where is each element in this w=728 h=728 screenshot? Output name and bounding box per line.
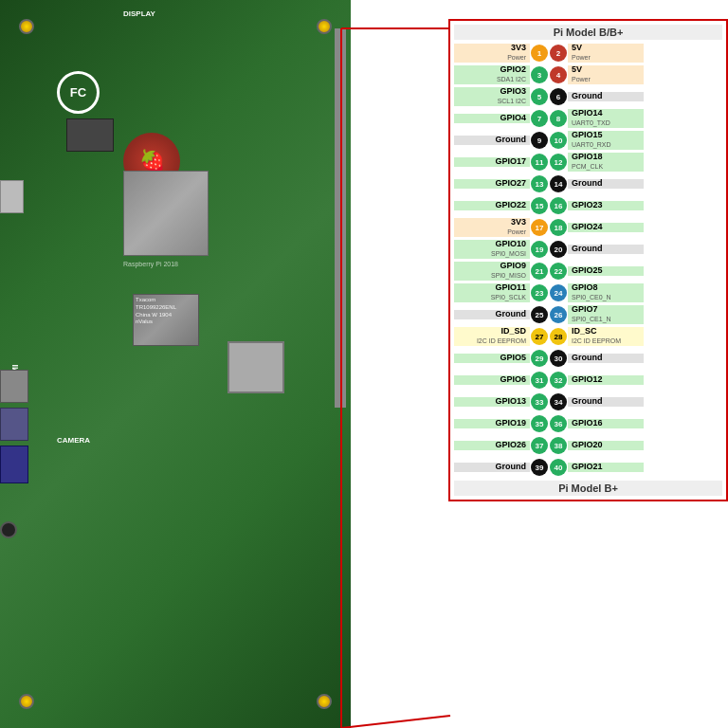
- pin-left-label-6: GPIO17: [454, 157, 530, 167]
- svg-line-1: [341, 716, 450, 728]
- pin-circle-14: 14: [550, 175, 567, 192]
- pin-row-12: GPIO11SPI0_SCLK2324GPIO8SPI0_CE0_N: [454, 282, 722, 303]
- pin-circle-30: 30: [550, 350, 567, 367]
- camera-label: CAMERA: [57, 436, 90, 445]
- secondary-chip: TxacomTR1099226ENLChina W 1904nValus: [133, 294, 199, 346]
- pin-right-label-4: GPIO14UART0_TXD: [568, 109, 644, 128]
- pin-right-label-16: GPIO12: [568, 375, 644, 385]
- pin-circle-27: 27: [531, 328, 548, 345]
- pin-circle-34: 34: [550, 393, 567, 410]
- usb-connector-3: [0, 446, 28, 483]
- pin-row-13: Ground2526GPIO7SPI0_CE1_N: [454, 304, 722, 325]
- pin-left-label-2: GPIO2SDA1 I2C: [454, 65, 530, 84]
- mounting-hole-tr: [317, 19, 332, 34]
- pin-left-label-17: GPIO13: [454, 397, 530, 407]
- pin-left-label-7: GPIO27: [454, 179, 530, 189]
- pin-left-label-12: GPIO11SPI0_SCLK: [454, 283, 530, 302]
- pin-circle-39: 39: [531, 459, 548, 476]
- pin-header-title: Pi Model B/B+: [454, 25, 722, 40]
- pin-circle-3: 3: [531, 66, 548, 83]
- pin-row-5: Ground910GPIO15UART0_RXD: [454, 130, 722, 151]
- pin-left-label-20: Ground: [454, 463, 530, 472]
- pin-left-label-13: Ground: [454, 310, 530, 319]
- pin-row-15: GPIO52930Ground: [454, 348, 722, 369]
- pin-circle-21: 21: [531, 263, 548, 280]
- pin-right-label-6: GPIO18PCM_CLK: [568, 153, 644, 172]
- pin-right-label-19: GPIO20: [568, 441, 644, 450]
- pin-right-label-12: GPIO8SPI0_CE0_N: [568, 283, 644, 302]
- usb-connector-2: [0, 408, 28, 441]
- pin-row-4: GPIO478GPIO14UART0_TXD: [454, 108, 722, 129]
- pin-circle-22: 22: [550, 263, 567, 280]
- pin-circle-5: 5: [531, 88, 548, 105]
- pin-right-label-8: GPIO23: [568, 201, 644, 210]
- pin-circle-25: 25: [531, 306, 548, 323]
- pin-right-label-5: GPIO15UART0_RXD: [568, 131, 644, 150]
- pin-circle-2: 2: [550, 45, 567, 62]
- pin-circle-19: 19: [531, 241, 548, 258]
- main-container: DISPLAY FC 🍓 Raspberry Pi 2018 TxacomTR1…: [0, 0, 728, 728]
- pin-right-label-15: Ground: [568, 354, 644, 363]
- hdmi-connector: HDMI: [0, 180, 24, 213]
- pin-circle-40: 40: [550, 459, 567, 476]
- pin-left-label-19: GPIO26: [454, 441, 530, 450]
- pin-right-label-3: Ground: [568, 92, 644, 101]
- pin-left-label-10: GPIO10SPI0_MOSI: [454, 240, 530, 259]
- pin-circle-1: 1: [531, 45, 548, 62]
- pin-circle-17: 17: [531, 219, 548, 236]
- pin-right-label-14: ID_SCI2C ID EEPROM: [568, 327, 644, 346]
- pin-circle-18: 18: [550, 219, 567, 236]
- main-chip: [123, 171, 209, 256]
- pin-circle-33: 33: [531, 393, 548, 410]
- pin-circle-38: 38: [550, 437, 567, 454]
- pin-circle-32: 32: [550, 372, 567, 389]
- raspberry-pi-board: DISPLAY FC 🍓 Raspberry Pi 2018 TxacomTR1…: [0, 0, 351, 728]
- pin-left-label-14: ID_SDI2C ID EEPROM: [454, 327, 530, 346]
- pin-circle-10: 10: [550, 132, 567, 149]
- pin-right-label-9: GPIO24: [568, 223, 644, 232]
- audio-jack: [0, 521, 17, 538]
- pin-row-7: GPIO271314Ground: [454, 173, 722, 194]
- pin-left-label-18: GPIO19: [454, 419, 530, 428]
- fc-logo: FC: [57, 71, 100, 114]
- pin-left-label-1: 3V3Power: [454, 44, 530, 63]
- pin-right-label-11: GPIO25: [568, 266, 644, 276]
- mounting-hole-tl: [19, 19, 34, 34]
- pin-circle-7: 7: [531, 110, 548, 127]
- pin-circle-29: 29: [531, 350, 548, 367]
- pin-right-label-2: 5VPower: [568, 65, 644, 84]
- pin-row-17: GPIO133334Ground: [454, 391, 722, 412]
- pin-circle-31: 31: [531, 372, 548, 389]
- pin-left-label-16: GPIO6: [454, 375, 530, 385]
- pin-left-label-3: GPIO3SCL1 I2C: [454, 87, 530, 106]
- pin-circle-24: 24: [550, 284, 567, 301]
- pin-left-label-5: Ground: [454, 136, 530, 145]
- pin-right-label-7: Ground: [568, 179, 644, 189]
- pin-left-label-8: GPIO22: [454, 201, 530, 210]
- pin-row-16: GPIO63132GPIO12: [454, 370, 722, 391]
- pin-circle-9: 9: [531, 132, 548, 149]
- pin-circle-13: 13: [531, 175, 548, 192]
- pin-circle-36: 36: [550, 415, 567, 432]
- pin-left-label-15: GPIO5: [454, 354, 530, 363]
- pin-left-label-4: GPIO4: [454, 114, 530, 123]
- raspi-text: Raspberry Pi 2018: [123, 261, 178, 267]
- pin-footer-title: Pi Model B+: [454, 481, 722, 496]
- gpio-strip: [335, 28, 346, 408]
- pin-circle-12: 12: [550, 154, 567, 171]
- pin-right-label-17: Ground: [568, 397, 644, 407]
- small-chip: [66, 118, 114, 152]
- pin-row-11: GPIO9SPI0_MISO2122GPIO25: [454, 261, 722, 282]
- ethernet-port: [228, 341, 284, 393]
- pin-row-10: GPIO10SPI0_MOSI1920Ground: [454, 239, 722, 260]
- mounting-hole-br: [317, 694, 332, 709]
- pin-left-label-9: 3V3Power: [454, 218, 530, 237]
- pin-left-label-11: GPIO9SPI0_MISO: [454, 262, 530, 281]
- pin-circle-16: 16: [550, 197, 567, 214]
- pin-row-19: GPIO263738GPIO20: [454, 435, 722, 456]
- pin-row-3: GPIO3SCL1 I2C56Ground: [454, 86, 722, 107]
- pin-circle-23: 23: [531, 284, 548, 301]
- pin-circle-26: 26: [550, 306, 567, 323]
- pin-diagram: Pi Model B/B+ 3V3Power125VPowerGPIO2SDA1…: [448, 19, 728, 501]
- pin-right-label-1: 5VPower: [568, 44, 644, 63]
